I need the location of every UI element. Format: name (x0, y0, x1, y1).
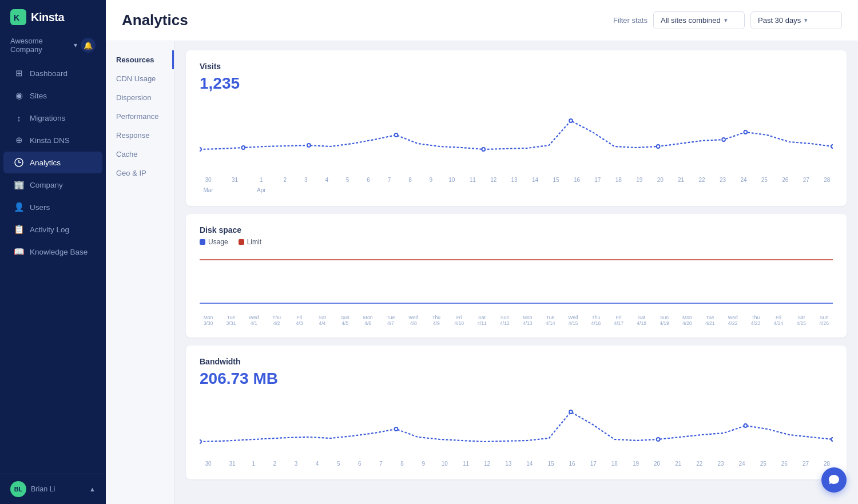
disk-legend: Usage Limit (200, 238, 833, 246)
user-info[interactable]: BL Brian Li (10, 481, 55, 497)
analytics-icon (14, 157, 24, 168)
knowledge-base-icon: 📖 (14, 247, 24, 257)
visits-x-axis: 30Mar 31 1Apr 2 3 4 5 6 7 8 9 10 11 12 1… (200, 172, 833, 195)
sidebar-footer: BL Brian Li ▲ (0, 474, 106, 504)
svg-point-8 (569, 119, 573, 122)
bandwidth-x-axis: 30 31 1 2 3 4 5 6 7 8 9 10 11 12 13 14 1 (200, 455, 833, 468)
svg-point-17 (569, 410, 573, 414)
sub-nav-response[interactable]: Response (106, 126, 174, 145)
sidebar-item-label: Activity Log (30, 225, 92, 234)
svg-point-6 (395, 133, 398, 137)
sub-nav-cache[interactable]: Cache (106, 145, 174, 164)
sidebar-item-users[interactable]: 👤 Users (3, 196, 102, 218)
dns-icon: ⊕ (14, 135, 24, 145)
svg-text:K: K (14, 13, 19, 22)
charts-area: Visits 1,235 (174, 41, 858, 504)
svg-point-20 (831, 438, 833, 441)
sidebar-item-knowledge-base[interactable]: 📖 Knowledge Base (3, 241, 102, 263)
bandwidth-chart-value: 206.73 MB (200, 370, 833, 388)
sidebar-item-dashboard[interactable]: ⊞ Dashboard (3, 62, 102, 84)
sidebar-item-label: Dashboard (30, 69, 92, 78)
sub-nav-cdn-usage[interactable]: CDN Usage (106, 69, 174, 88)
sidebar: K Kinsta Awesome Company ▾ 🔔 ⊞ Dashboard… (0, 0, 106, 504)
svg-point-18 (657, 438, 660, 441)
chevron-down-icon: ▾ (724, 17, 728, 24)
sub-nav-resources[interactable]: Resources (106, 50, 174, 69)
content-area: Resources CDN Usage Dispersion Performan… (106, 41, 858, 504)
usage-dot (200, 239, 205, 245)
svg-point-7 (482, 148, 485, 151)
visits-chart-card: Visits 1,235 (186, 50, 847, 206)
company-icon: 🏢 (14, 180, 24, 190)
visits-chart-value: 1,235 (200, 74, 833, 93)
filter-sites-select[interactable]: All sites combined ▾ (653, 11, 745, 29)
bandwidth-chart-title: Bandwidth (200, 357, 833, 366)
sub-nav-geo-ip[interactable]: Geo & IP (106, 164, 174, 182)
user-chevron-icon[interactable]: ▲ (89, 486, 96, 493)
chevron-down-icon: ▾ (804, 17, 808, 24)
svg-point-15 (200, 440, 201, 443)
filter-row: Filter stats All sites combined ▾ Past 3… (613, 11, 842, 29)
svg-point-3 (200, 148, 201, 151)
sidebar-item-label: Knowledge Base (30, 248, 92, 256)
sidebar-nav: ⊞ Dashboard ◉ Sites ↕ Migrations ⊕ Kinst… (0, 62, 106, 263)
bandwidth-chart-card: Bandwidth 206.73 MB 30 31 (186, 346, 847, 479)
sidebar-item-company[interactable]: 🏢 Company (3, 174, 102, 196)
filter-period-select[interactable]: Past 30 days ▾ (750, 11, 842, 29)
sidebar-item-sites[interactable]: ◉ Sites (3, 85, 102, 106)
filter-label: Filter stats (613, 16, 648, 25)
visits-chart-svg-container (200, 101, 833, 172)
sub-nav-dispersion[interactable]: Dispersion (106, 88, 174, 107)
sidebar-item-label: Analytics (30, 158, 92, 167)
sidebar-item-label: Migrations (30, 114, 92, 122)
svg-point-5 (307, 144, 311, 147)
svg-point-9 (657, 145, 660, 148)
migrations-icon: ↕ (14, 113, 24, 123)
disk-space-chart-svg-container (200, 253, 833, 312)
avatar: BL (10, 481, 26, 497)
sidebar-item-activity-log[interactable]: 📋 Activity Log (3, 219, 102, 240)
sidebar-item-label: Sites (30, 92, 92, 100)
logo-text: Kinsta (31, 11, 64, 24)
svg-point-4 (241, 146, 245, 149)
page-title: Analytics (122, 11, 188, 29)
user-name: Brian Li (31, 485, 55, 493)
visits-chart-title: Visits (200, 62, 833, 71)
sidebar-item-migrations[interactable]: ↕ Migrations (3, 107, 102, 129)
main: Analytics Filter stats All sites combine… (106, 0, 858, 504)
sidebar-item-analytics[interactable]: Analytics (3, 152, 102, 173)
disk-x-axis: Mon3/30 Tue3/31 Wed4/1 Thu4/2 Fri4/3 Sat… (200, 312, 833, 326)
bandwidth-chart-svg-container (200, 396, 833, 455)
svg-point-16 (395, 427, 398, 431)
notifications-icon[interactable]: 🔔 (81, 38, 96, 53)
sub-nav: Resources CDN Usage Dispersion Performan… (106, 41, 174, 504)
users-icon: 👤 (14, 202, 24, 212)
sidebar-item-label: Kinsta DNS (30, 136, 92, 145)
disk-space-chart-card: Disk space Usage Limit (186, 214, 847, 338)
activity-log-icon: 📋 (14, 224, 24, 235)
svg-point-19 (744, 424, 747, 427)
company-chevron-icon[interactable]: ▾ (74, 41, 77, 49)
limit-dot (239, 239, 244, 245)
svg-point-12 (831, 145, 833, 148)
svg-point-10 (722, 138, 725, 141)
logo: K Kinsta (0, 0, 106, 34)
company-row[interactable]: Awesome Company ▾ 🔔 (0, 34, 106, 62)
dashboard-icon: ⊞ (14, 68, 24, 78)
sidebar-item-label: Company (30, 181, 92, 189)
svg-point-11 (744, 130, 747, 134)
sub-nav-performance[interactable]: Performance (106, 107, 174, 126)
legend-limit: Limit (239, 238, 261, 246)
sidebar-item-label: Users (30, 203, 92, 212)
sidebar-item-kinsta-dns[interactable]: ⊕ Kinsta DNS (3, 129, 102, 151)
disk-space-chart-title: Disk space (200, 225, 833, 235)
company-name: Awesome Company (10, 37, 74, 54)
top-bar: Analytics Filter stats All sites combine… (106, 0, 858, 41)
chat-button[interactable] (821, 467, 847, 493)
legend-usage: Usage (200, 238, 228, 246)
sites-icon: ◉ (14, 90, 24, 101)
